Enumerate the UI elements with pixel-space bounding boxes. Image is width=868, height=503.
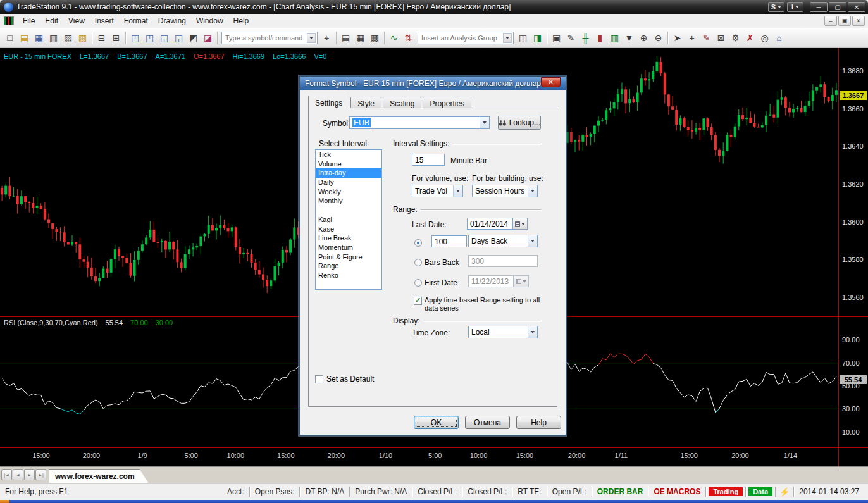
time-axis[interactable]: 15:0020:001/95:0010:0015:0020:001/105:00… (0, 450, 868, 463)
bar-building-combobox[interactable]: Session Hours (472, 185, 538, 197)
data-window-icon[interactable]: ▩ (368, 31, 382, 46)
menu-insert[interactable]: Insert (90, 15, 119, 27)
interval-option-daily[interactable]: Daily (316, 178, 381, 187)
interval-listbox[interactable]: TickVolumeIntra-dayDailyWeeklyMonthlyKag… (315, 149, 382, 290)
price-axis[interactable]: 1.36801.36601.36401.36201.36001.35801.35… (839, 48, 868, 466)
cancel-button[interactable]: Отмена (465, 416, 510, 429)
cascade-windows-icon[interactable]: ◱ (157, 31, 171, 46)
quick-button-i[interactable]: I (787, 2, 803, 12)
save-workspace-icon[interactable]: ▦ (32, 31, 46, 46)
eraser-tool-icon[interactable]: ⊠ (714, 31, 728, 46)
interval-option-weekly[interactable]: Weekly (316, 187, 381, 197)
bar-style-dropdown-icon[interactable]: ▼ (622, 31, 636, 46)
time-zone-combobox[interactable]: Local (468, 326, 538, 338)
open-folder-icon[interactable]: ▧ (75, 31, 90, 46)
pointer-tool-icon[interactable]: ➤ (670, 31, 685, 46)
dialog-close-button[interactable]: ✕ (541, 77, 561, 87)
bars-back-input[interactable]: 300 (468, 255, 538, 267)
lock-workspace-icon[interactable]: ◩ (186, 31, 201, 46)
menu-help[interactable]: Help (228, 15, 254, 27)
time-zone-combo-arrow-icon[interactable] (528, 326, 537, 338)
mdi-close-button[interactable]: ✕ (852, 16, 865, 26)
bar-type-ohlc-icon[interactable]: ╫ (578, 31, 593, 46)
interval-value-input[interactable]: 15 (412, 154, 445, 166)
volume-combo-arrow-icon[interactable] (453, 185, 462, 197)
dialog-tab-settings[interactable]: Settings (308, 96, 349, 109)
paste-window-icon[interactable]: ▨ (61, 31, 75, 46)
interval-option-monthly[interactable]: Monthly (316, 196, 381, 206)
interval-option-volume[interactable]: Volume (316, 159, 381, 169)
close-button[interactable]: ✕ (848, 2, 865, 12)
set-as-default-checkbox[interactable] (315, 375, 323, 383)
first-date-picker-button[interactable] (514, 275, 529, 287)
menu-format[interactable]: Format (119, 15, 153, 27)
first-date-input[interactable]: 11/22/2013 (468, 275, 514, 287)
new-workspace-icon[interactable]: □ (3, 31, 17, 46)
print-icon[interactable]: ⊟ (94, 31, 109, 46)
copy-window-icon[interactable]: ▥ (46, 31, 61, 46)
dialog-tab-scaling[interactable]: Scaling (383, 97, 421, 108)
titlebar[interactable]: TradeStation 9.1 - www.trading-software-… (0, 0, 868, 14)
market-depth-icon[interactable]: ▥ (607, 31, 622, 46)
mdi-minimize-button[interactable]: – (824, 16, 837, 26)
open-workspace-icon[interactable]: ▤ (17, 31, 32, 46)
bars-back-radio[interactable] (414, 259, 422, 266)
interval-option-tick[interactable]: Tick (316, 150, 381, 159)
tile-vertical-icon[interactable]: ◳ (142, 31, 157, 46)
last-date-picker-button[interactable] (512, 218, 528, 230)
insert-study-icon[interactable]: ◨ (530, 31, 545, 46)
workspace-nav-2[interactable]: ► (24, 469, 35, 480)
volume-type-combobox[interactable]: Trade Vol (412, 185, 463, 197)
dialog-titlebar[interactable]: Format Symbol - EUR 15 min [FOREX] Евро … (300, 77, 566, 90)
ok-button[interactable]: OK (414, 416, 459, 429)
settings-icon[interactable]: ⚙ (728, 31, 743, 46)
apply-range-checkbox[interactable] (414, 297, 422, 305)
interval-option-kase[interactable]: Kase (316, 225, 381, 234)
insert-symbol-icon[interactable]: ◫ (516, 31, 530, 46)
days-back-radio[interactable] (414, 239, 422, 247)
lookup-button[interactable]: Lookup... (498, 116, 541, 130)
quote-window-icon[interactable]: ▤ (338, 31, 353, 46)
analysis-combo-arrow-icon[interactable] (503, 33, 512, 43)
workspace-nav-0[interactable]: |◄ (1, 469, 12, 480)
menu-view[interactable]: View (63, 15, 90, 27)
workspace-tab[interactable]: www.forex-warez.com (49, 469, 149, 483)
menu-file[interactable]: File (18, 15, 40, 27)
menu-window[interactable]: Window (191, 15, 228, 27)
format-symbol-icon[interactable]: ▣ (549, 31, 564, 46)
maximize-window-icon[interactable]: ◲ (171, 31, 186, 46)
insert-analysis-combo[interactable]: Insert an Analysis Group (418, 32, 514, 44)
chart-analysis-icon[interactable]: ∿ (387, 31, 401, 46)
format-study-icon[interactable]: ✎ (564, 31, 578, 46)
delete-object-icon[interactable]: ✗ (743, 31, 757, 46)
interval-option-intra-day[interactable]: Intra-day (316, 168, 381, 178)
strategy-orders-icon[interactable]: ⇅ (401, 31, 416, 46)
tradestation-network-icon[interactable]: ⌂ (772, 31, 786, 46)
tile-horizontal-icon[interactable]: ◰ (128, 31, 142, 46)
interval-option-point-figure[interactable]: Point & Figure (316, 252, 381, 262)
interval-option-momentum[interactable]: Momentum (316, 243, 381, 252)
workspace-nav-3[interactable]: ►| (35, 469, 46, 480)
symbol-combobox[interactable]: EUR (349, 116, 490, 129)
bar-building-combo-arrow-icon[interactable] (528, 185, 537, 197)
print-preview-icon[interactable]: ⊞ (109, 31, 123, 46)
drawing-tool-icon[interactable]: ✎ (699, 31, 714, 46)
symbol-combo-arrow-icon[interactable] (480, 117, 489, 128)
help-button[interactable]: Help (516, 416, 561, 429)
range-unit-combobox[interactable]: Days Back (468, 235, 538, 247)
last-date-input[interactable]: 01/14/2014 (467, 218, 512, 230)
menu-edit[interactable]: Edit (40, 15, 63, 27)
symbol-combo-arrow-icon[interactable] (307, 33, 316, 43)
minimize-button[interactable]: ─ (810, 2, 828, 12)
days-back-input[interactable]: 100 (431, 235, 467, 247)
interval-option-blank[interactable] (316, 206, 381, 215)
zoom-out-icon[interactable]: ⊖ (651, 31, 666, 46)
range-unit-combo-arrow-icon[interactable] (528, 235, 537, 247)
interval-option-kagi[interactable]: Kagi (316, 215, 381, 225)
zoom-in-icon[interactable]: ⊕ (636, 31, 651, 46)
dialog-tab-properties[interactable]: Properties (423, 97, 471, 108)
bar-type-candle-icon[interactable]: ▮ (593, 31, 607, 46)
first-date-radio[interactable] (414, 279, 422, 287)
crosshair-tool-icon[interactable]: + (685, 31, 699, 46)
interval-option-renko[interactable]: Renko (316, 271, 381, 280)
